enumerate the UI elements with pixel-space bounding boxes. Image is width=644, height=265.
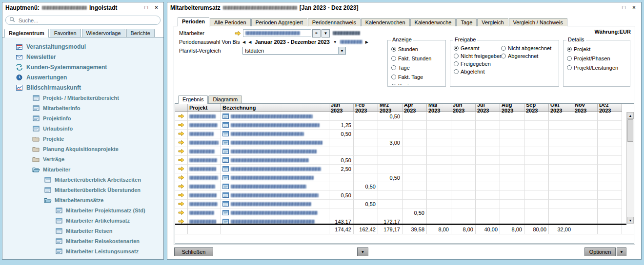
table-row[interactable]: 0,50 [175,191,634,200]
tab-kalenderwochen[interactable]: Kalenderwochen [361,18,410,26]
column-header-feb-2023[interactable]: Feb 2023 [354,104,378,112]
mitarbeiter-list-button[interactable]: ≡ [312,29,321,38]
tab-kalenderwoche[interactable]: Kalenderwoche [410,18,456,26]
radio-nicht-abgerechnet[interactable]: Nicht abgerechnet [501,44,551,52]
tree-item-veranstaltungsmodul[interactable]: Veranstaltungsmodul [2,41,163,52]
close-window-button[interactable]: × [152,4,161,12]
link-arrow-icon[interactable] [235,31,241,36]
tab-wiedervorlage[interactable]: Wiedervorlage [82,29,125,37]
maximize-button[interactable]: □ [142,4,150,12]
tree-item-mitarbeiterüberblick-arbeitszeiten[interactable]: Mitarbeiterüberblick Arbeitszeiten [2,174,163,185]
tab-diagramm[interactable]: Diagramm [208,95,242,103]
column-header-sep-2023[interactable]: Sep 2023 [524,104,549,112]
period-range-value[interactable]: Januar 2023 - Dezember 2023 [255,39,329,45]
column-header-apr-2023[interactable]: Apr 2023 [402,104,427,112]
options-dropdown-button[interactable]: ▼ [617,247,626,256]
tab-perioden[interactable]: Perioden [178,17,209,26]
search-input[interactable] [18,17,157,24]
tree-item-mitarbeiterumsätze[interactable]: Mitarbeiterumsätze [2,195,163,205]
tree-item-mitarbeiter-reisen[interactable]: Mitarbeiter Reisen [2,226,163,236]
row-link-arrow-icon[interactable] [175,121,188,130]
tree-item-kunden-systemmanagement[interactable]: Kunden-Systemmanagement [2,62,163,72]
row-link-arrow-icon[interactable] [175,200,188,208]
tree-item-projektinfo[interactable]: Projektinfo [2,113,163,123]
table-row[interactable]: 143,17172,17 [175,217,634,224]
radio-projekt-phasen[interactable]: Projekt/Phasen [567,54,629,63]
radio-stunden[interactable]: Stunden [391,44,444,54]
tab-regiezentrum[interactable]: Regiezentrum [4,29,49,38]
period-dropdown-icon[interactable]: ▼ [333,40,337,44]
table-row[interactable]: 0,50 [175,200,634,208]
tab-vergleich-nachweis[interactable]: Vergleich / Nachweis [509,18,567,26]
scroll-up-button[interactable]: ▲ [627,112,634,119]
vertical-scrollbar[interactable]: ▲ ▼ [626,112,634,224]
tab-periodennachweis[interactable]: Periodennachweis [308,18,361,26]
tab-alle-perioden[interactable]: Alle Perioden [210,18,250,26]
tree-item-mitarbeiterinfo[interactable]: Mitarbeiterinfo [2,103,163,113]
tree-item-bildschirmauskunft[interactable]: Bildschirmauskunft [2,82,163,93]
row-link-arrow-icon[interactable] [175,147,188,156]
maximize-button[interactable]: □ [620,4,628,12]
column-header-mai-2023[interactable]: Mai 2023 [427,104,451,112]
expand-dropdown-button[interactable]: ▼ [357,247,368,256]
column-header-nov-2023[interactable]: Nov 2023 [573,104,598,112]
row-link-arrow-icon[interactable] [175,165,188,173]
search-box[interactable] [5,16,161,25]
radio-projekt[interactable]: Projekt [567,44,629,54]
table-row[interactable]: 0,50 [175,156,634,165]
mitarbeiter-dropdown-button[interactable]: ▼ [322,29,330,38]
column-header-jun-2023[interactable]: Jun 2023 [451,104,476,112]
tree-item-urlaubsinfo[interactable]: Urlaubsinfo [2,123,163,133]
column-header-jan-2023[interactable]: Jan 2023 [329,104,354,112]
radio-fakt-stunden[interactable]: Fakt. Stunden [391,54,444,63]
row-link-arrow-icon[interactable] [175,138,188,147]
row-link-arrow-icon[interactable] [175,156,188,165]
table-row[interactable]: 2,50 [175,165,634,173]
column-header-projekt[interactable]: Projekt [188,104,221,112]
tree-item-mitarbeiter[interactable]: Mitarbeiter [2,164,163,174]
tree-item-mitarbeiter-reisekostenarten[interactable]: Mitarbeiter Reisekostenarten [2,236,163,246]
table-row[interactable]: 3,00 [175,138,634,147]
column-header-jul-2023[interactable]: Jul 2023 [476,104,500,112]
radio-kosten[interactable]: Kosten [391,81,444,85]
tab-vergleich[interactable]: Vergleich [477,18,508,26]
tab-ergebnis[interactable]: Ergebnis [178,95,208,104]
mitarbeiter-field[interactable] [243,29,311,37]
table-row[interactable]: 0,50 [175,112,634,121]
column-header-dez-2023[interactable]: Dez 2023 [598,104,622,112]
row-link-arrow-icon[interactable] [175,217,188,224]
table-row[interactable]: 0,50 [175,182,634,191]
radio-tage[interactable]: Tage [391,63,444,72]
table-row[interactable]: 0,50 [175,208,634,217]
minimize-button[interactable]: _ [132,4,140,12]
tree-item-newsletter[interactable]: Newsletter [2,52,163,62]
tree-item-mitarbeiterüberblick-überstunden[interactable]: Mitarbeiterüberblick Überstunden [2,185,163,195]
tree-item-planung-akquisitionsprojekte[interactable]: Planung Akquisitionsprojekte [2,144,163,154]
tree-item-projekt-mitarbeiterübersicht[interactable]: Projekt- / Mitarbeiterübersicht [2,93,163,103]
scrollbar-thumb[interactable] [627,119,633,142]
minimize-button[interactable]: _ [609,4,618,12]
tree-item-mitarbeiter-artikelumsatz[interactable]: Mitarbeiter Artikelumsatz [2,215,163,226]
row-link-arrow-icon[interactable] [175,182,188,191]
close-window-button[interactable]: × [630,4,638,12]
plan-ist-select[interactable]: Istdaten ▼ [242,47,346,55]
close-button[interactable]: Schließen [174,247,213,256]
tab-perioden-aggregiert[interactable]: Perioden Aggregiert [251,18,307,26]
column-header-okt-2023[interactable]: Okt 2023 [549,104,573,112]
scroll-down-button[interactable]: ▼ [627,217,634,224]
column-header-bezeichnung[interactable]: Bezeichnung [221,104,329,112]
row-link-arrow-icon[interactable] [175,112,188,121]
column-header-mrz-2023[interactable]: Mrz 2023 [378,104,402,112]
first-period-button[interactable]: ◀ [242,40,245,44]
row-link-arrow-icon[interactable] [175,173,188,182]
tree-item-mitarbeiter-leistungsumsatz[interactable]: Mitarbeiter Leistungsumsatz [2,246,163,256]
tab-favoriten[interactable]: Favoriten [50,29,81,37]
radio-fakt-tage[interactable]: Fakt. Tage [391,72,444,81]
tab-tage[interactable]: Tage [456,18,477,26]
tab-berichte[interactable]: Berichte [126,29,155,37]
next-period-button[interactable]: ▶ [365,40,368,44]
radio-gesamt[interactable]: Gesamt [454,44,503,52]
previous-period-button[interactable]: ◀ [248,40,251,44]
table-row[interactable]: 1,25 [175,121,634,130]
options-button[interactable]: Optionen [584,247,616,256]
